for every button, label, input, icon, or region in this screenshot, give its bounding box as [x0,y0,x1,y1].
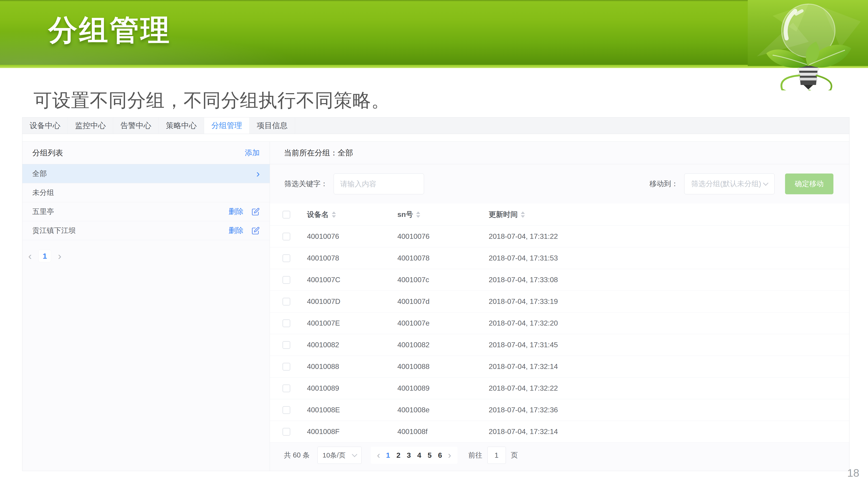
device-name-cell: 4001008F [307,427,397,436]
tab-device-center[interactable]: 设备中心 [22,118,68,134]
table-header-row: 设备名 sn号 更新时间 [270,203,849,226]
device-name-cell: 4001008E [307,406,397,414]
total-count: 共 60 条 [284,451,310,460]
table-row: 40010089 40010089 2018-07-04, 17:32:22 [270,378,849,399]
row-checkbox[interactable] [283,233,290,240]
table-row: 4001007D 4001007d 2018-07-04, 17:33:19 [270,291,849,313]
filter-keyword-label: 筛选关键字： [284,179,328,189]
tabbar: 设备中心 监控中心 告警中心 策略中心 分组管理 项目信息 [22,118,849,134]
page-button-4[interactable]: 4 [414,451,425,459]
sn-cell: 40010082 [397,341,489,349]
updated-cell: 2018-07-04, 17:31:45 [489,341,849,349]
prev-page-icon[interactable]: ‹ [374,451,383,460]
group-name: 未分组 [32,188,54,198]
column-sn: sn号 [397,210,413,220]
delete-group-button[interactable]: 删除 [228,225,243,236]
page-button-3[interactable]: 3 [404,451,414,459]
tab-strategy-center[interactable]: 策略中心 [159,118,204,134]
group-row-ungrouped[interactable]: 未分组 [22,183,270,202]
row-checkbox[interactable] [283,276,290,284]
row-checkbox[interactable] [283,428,290,435]
add-group-button[interactable]: 添加 [245,148,260,158]
device-panel: 当前所在分组：全部 筛选关键字： 移动到： 筛选分组(默认未分组) 确定移动 [270,142,849,471]
device-name-cell: 4001007D [307,297,397,306]
slide-page-number: 18 [847,467,859,479]
page-button-1[interactable]: 1 [383,451,393,459]
tab-project-info[interactable]: 项目信息 [250,118,295,134]
next-page-icon[interactable]: › [58,251,61,261]
goto-label: 前往 [468,451,483,460]
slide: 分组管理 可设置不同分组，不同分组执行不同策略。 [0,0,868,488]
goto-page-input[interactable] [487,447,506,464]
current-group-label: 当前所在分组：全部 [284,148,353,158]
chevron-right-icon: › [256,169,260,178]
move-to-group: 移动到： 筛选分组(默认未分组) 确定移动 [649,173,833,194]
group-row-wuliting[interactable]: 五里亭 删除 [22,202,270,221]
group-name: 全部 [32,169,47,179]
slide-subtitle: 可设置不同分组，不同分组执行不同策略。 [33,88,390,113]
device-name-cell: 40010082 [307,341,397,349]
group-name: 五里亭 [32,207,54,217]
sn-cell: 40010078 [397,254,489,262]
page-size-select[interactable]: 10条/页 [317,447,362,464]
page-button-5[interactable]: 5 [425,451,435,459]
confirm-move-button[interactable]: 确定移动 [785,173,833,194]
sn-cell: 4001008e [397,406,489,414]
row-checkbox[interactable] [283,341,290,349]
sn-cell: 4001007d [397,297,489,306]
sn-cell: 40010076 [397,232,489,240]
move-target-select[interactable]: 筛选分组(默认未分组) [684,173,775,194]
table-row: 4001008E 4001008e 2018-07-04, 17:32:36 [270,399,849,421]
prev-page-icon[interactable]: ‹ [28,251,32,261]
sn-cell: 40010089 [397,384,489,392]
next-page-icon[interactable]: › [445,451,454,460]
filter-keyword-input[interactable] [334,173,424,194]
page-button-2[interactable]: 2 [393,451,404,459]
table-footer: 共 60 条 10条/页 ‹ 1 2 3 4 5 6 › [270,443,849,468]
sn-cell: 40010088 [397,362,489,371]
table-row: 4001007E 4001007e 2018-07-04, 17:32:20 [270,313,849,334]
tab-monitor-center[interactable]: 监控中心 [68,118,113,134]
row-checkbox[interactable] [283,298,290,305]
panels: 分组列表 添加 全部 › 未分组 五里亭 删除 [22,141,849,471]
sort-icon[interactable] [332,212,336,218]
group-row-all[interactable]: 全部 › [22,164,270,183]
updated-cell: 2018-07-04, 17:33:08 [489,275,849,284]
column-device-name: 设备名 [307,210,329,220]
chevron-down-icon [352,452,357,457]
group-list-title: 分组列表 [32,148,63,158]
eco-bulb-logo [748,0,868,90]
sort-icon[interactable] [521,212,525,218]
sn-cell: 4001007e [397,319,489,327]
updated-cell: 2018-07-04, 17:31:22 [489,232,849,240]
tab-group-management[interactable]: 分组管理 [204,118,250,134]
row-checkbox[interactable] [283,320,290,327]
row-checkbox[interactable] [283,254,290,262]
goto-suffix: 页 [511,451,518,460]
row-checkbox[interactable] [283,406,290,414]
current-group-header: 当前所在分组：全部 [270,142,849,164]
page-button-6[interactable]: 6 [435,451,445,459]
filter-row: 筛选关键字： 移动到： 筛选分组(默认未分组) 确定移动 [270,164,849,203]
tab-alarm-center[interactable]: 告警中心 [113,118,159,134]
updated-cell: 2018-07-04, 17:32:36 [489,406,849,414]
app-window: 设备中心 监控中心 告警中心 策略中心 分组管理 项目信息 分组列表 添加 全部… [22,117,849,471]
updated-cell: 2018-07-04, 17:32:20 [489,319,849,327]
delete-group-button[interactable]: 删除 [228,206,243,217]
select-all-checkbox[interactable] [283,211,290,219]
slide-header-strip [0,65,868,68]
sort-icon[interactable] [416,212,420,218]
group-list-pagination: ‹ 1 › [28,250,270,262]
move-to-label: 移动到： [649,179,678,189]
device-table: 设备名 sn号 更新时间 4 [270,203,849,443]
edit-icon[interactable] [252,227,260,235]
row-checkbox[interactable] [283,363,290,370]
page-number-chip[interactable]: 1 [38,250,51,262]
device-name-cell: 40010078 [307,254,397,262]
device-name-cell: 40010076 [307,232,397,240]
group-list-header: 分组列表 添加 [22,142,270,164]
row-checkbox[interactable] [283,385,290,392]
table-row: 40010088 40010088 2018-07-04, 17:32:14 [270,356,849,378]
group-row-gongjiangzhen[interactable]: 贡江镇下江坝 删除 [22,221,270,240]
edit-icon[interactable] [252,207,260,216]
